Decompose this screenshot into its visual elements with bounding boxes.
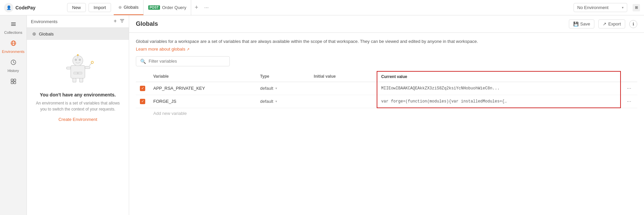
left-panel-header: Environments + xyxy=(27,15,129,28)
page-title: Globals xyxy=(136,20,158,27)
save-icon: 💾 xyxy=(573,21,579,26)
row1-current-value: MIIEowIBAAKCAQEAkkZX3ziS8Zq2ksiYcNHobuoh… xyxy=(381,86,509,91)
search-icon: 🔍 xyxy=(140,59,146,64)
sidebar: Collections Environments History xyxy=(0,15,27,215)
row1-type-cell: default ▾ xyxy=(256,82,310,95)
row2-type-value: default xyxy=(260,99,273,104)
globals-nav-item[interactable]: ⊕ Globals xyxy=(27,28,129,40)
row1-type-chevron: ▾ xyxy=(275,86,277,90)
variables-table: Variable Type Initial value Current valu… xyxy=(136,71,637,119)
history-icon xyxy=(10,59,17,67)
row1-current[interactable]: MIIEowIBAAKCAQEAkkZX3ziS8Zq2ksiYcNHobuoh… xyxy=(377,82,621,95)
app-name: CodePay xyxy=(15,5,36,10)
row2-current-value: var forge=(function(modules){var install… xyxy=(381,99,509,104)
filter-bar: 🔍 xyxy=(136,56,637,66)
svg-rect-21 xyxy=(85,66,90,69)
environments-header-label: Environments xyxy=(31,19,57,24)
collections-label: Collections xyxy=(4,30,22,34)
filter-input[interactable] xyxy=(149,59,225,64)
row2-checkbox[interactable]: ✓ xyxy=(140,99,145,104)
sidebar-item-collections[interactable]: Collections xyxy=(0,18,26,37)
svg-rect-24 xyxy=(79,78,83,82)
svg-rect-1 xyxy=(11,24,16,24)
save-button[interactable]: 💾 Save xyxy=(569,19,595,28)
user-avatar[interactable]: 👤 xyxy=(4,3,13,12)
collections-icon xyxy=(10,21,17,29)
add-env-button[interactable]: + xyxy=(114,18,117,25)
col-variable-header: Variable xyxy=(149,71,256,82)
header-actions: 💾 Save ↗ Export ℹ xyxy=(569,19,637,28)
sidebar-item-environments[interactable]: Environments xyxy=(0,37,26,56)
globals-description: Global variables for a workspace are a s… xyxy=(136,38,637,45)
workspace-icon[interactable]: ⊞ xyxy=(633,4,640,11)
left-panel-header-actions: + xyxy=(114,18,125,25)
history-label: History xyxy=(7,69,19,73)
globe-icon: ⊕ xyxy=(118,5,122,10)
row1-actions: ··· xyxy=(621,82,637,95)
environments-label: Environments xyxy=(2,50,24,54)
col-checkbox xyxy=(136,71,149,82)
main-content: Globals 💾 Save ↗ Export ℹ Global variabl… xyxy=(129,15,644,215)
tab-more-button[interactable]: ··· xyxy=(202,5,211,11)
main-layout: Collections Environments History xyxy=(0,15,644,215)
row2-checkbox-cell: ✓ xyxy=(136,95,149,108)
row2-actions: ··· xyxy=(621,95,637,108)
sidebar-item-plugins[interactable] xyxy=(0,75,26,89)
svg-rect-20 xyxy=(66,67,71,69)
env-name: No Environment xyxy=(577,5,608,10)
row1-variable[interactable]: APP_RSA_PRIVATE_KEY xyxy=(149,82,256,95)
post-badge: POST xyxy=(148,5,160,10)
row2-type-select[interactable]: default ▾ xyxy=(260,99,306,104)
globals-nav-icon: ⊕ xyxy=(32,31,36,37)
save-label: Save xyxy=(580,21,590,26)
row1-checkbox[interactable]: ✓ xyxy=(140,86,145,91)
learn-more-link[interactable]: Learn more about globals ↗ xyxy=(136,47,190,52)
row2-more-button[interactable]: ··· xyxy=(625,98,633,105)
row1-more-button[interactable]: ··· xyxy=(625,85,633,92)
row2-type-cell: default ▾ xyxy=(256,95,310,108)
svg-rect-9 xyxy=(11,82,13,84)
create-environment-link[interactable]: Create Environment xyxy=(58,117,97,122)
tab-globals[interactable]: ⊕ Globals xyxy=(114,0,144,15)
content-body: Global variables for a workspace are a s… xyxy=(129,33,644,215)
row2-initial[interactable] xyxy=(310,95,377,108)
svg-point-26 xyxy=(77,72,78,74)
col-type-header: Type xyxy=(256,71,310,82)
tab-globals-label: Globals xyxy=(124,5,139,10)
add-variable-row[interactable]: Add new variable xyxy=(136,108,637,119)
filter-env-button[interactable] xyxy=(119,18,125,25)
row1-checkbox-cell: ✓ xyxy=(136,82,149,95)
add-variable-cell[interactable]: Add new variable xyxy=(149,108,637,119)
svg-point-16 xyxy=(75,59,77,61)
row2-variable[interactable]: FORGE_JS xyxy=(149,95,256,108)
globals-nav-label: Globals xyxy=(39,31,54,37)
table-row: ✓ FORGE_JS default ▾ var forge=(function… xyxy=(136,95,637,108)
left-panel: Environments + ⊕ Globals xyxy=(27,15,129,215)
svg-point-22 xyxy=(91,61,94,64)
info-button[interactable]: ℹ xyxy=(629,20,637,28)
new-button[interactable]: New xyxy=(67,3,86,12)
export-icon: ↗ xyxy=(603,21,606,26)
table-row: ✓ APP_RSA_PRIVATE_KEY default ▾ MIIEowIB… xyxy=(136,82,637,95)
top-bar: 👤 CodePay New Import ⊕ Globals POST Orde… xyxy=(0,0,644,15)
row1-type-select[interactable]: default ▾ xyxy=(260,86,306,91)
row1-type-value: default xyxy=(260,86,273,91)
empty-state-desc: An environment is a set of variables tha… xyxy=(32,100,123,112)
content-header: Globals 💾 Save ↗ Export ℹ xyxy=(129,15,644,33)
import-button[interactable]: Import xyxy=(89,3,111,12)
sidebar-item-history[interactable]: History xyxy=(0,56,26,75)
environment-selector[interactable]: No Environment ▾ xyxy=(574,3,627,12)
row1-initial[interactable] xyxy=(310,82,377,95)
svg-rect-7 xyxy=(11,79,13,81)
row2-current[interactable]: var forge=(function(modules){var install… xyxy=(377,95,621,108)
tab-add-button[interactable]: + xyxy=(191,4,202,11)
export-label: Export xyxy=(608,21,621,26)
external-link-icon: ↗ xyxy=(186,47,190,51)
plugins-icon xyxy=(10,78,17,86)
tab-order-query[interactable]: POST Order Query xyxy=(144,0,191,15)
add-var-checkbox-placeholder xyxy=(136,108,149,119)
environments-icon xyxy=(10,40,17,48)
environments-empty-state: You don't have any environments. An envi… xyxy=(27,40,129,215)
export-button[interactable]: ↗ Export xyxy=(598,19,625,28)
empty-state-title: You don't have any environments. xyxy=(40,92,116,97)
